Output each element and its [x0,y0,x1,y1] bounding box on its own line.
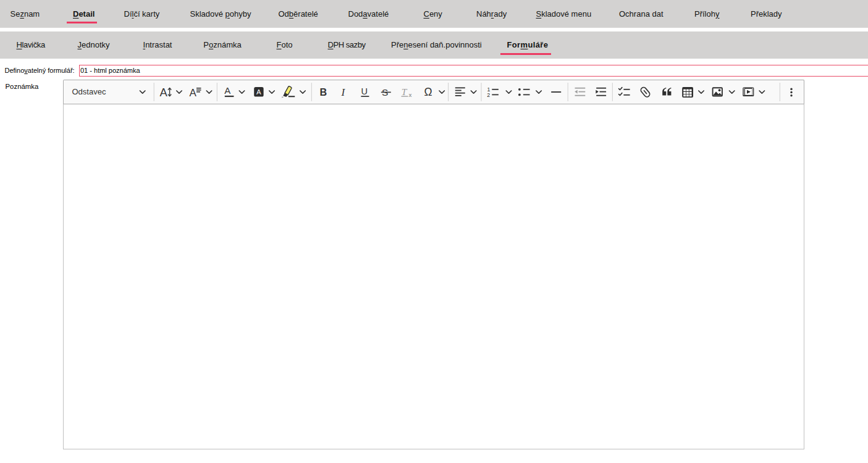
svg-text:A: A [160,86,168,99]
svg-text:B: B [320,86,327,98]
svg-text:2: 2 [487,92,490,98]
svg-text:x: x [409,92,412,98]
svg-text:A: A [224,85,230,96]
svg-text:T: T [402,86,408,97]
svg-text:A: A [190,87,197,99]
svg-text:A: A [256,88,261,96]
svg-text:I: I [340,86,345,98]
svg-text:Odstavec: Odstavec [72,87,106,96]
svg-text:Ω: Ω [424,86,432,98]
svg-text:U: U [361,86,368,96]
